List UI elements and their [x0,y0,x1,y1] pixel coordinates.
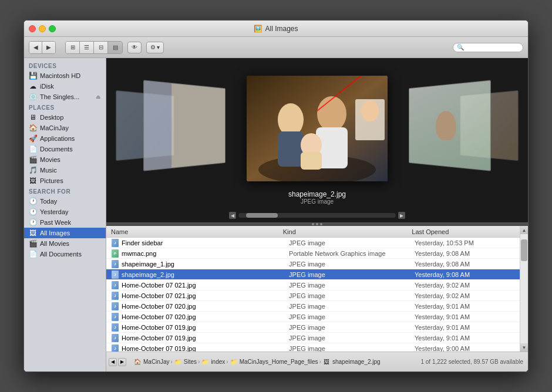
table-row[interactable]: Home-October 07 019.jpg JPEG image Yeste… [106,322,520,333]
jpeg-icon [112,292,119,300]
sidebar-item-documents[interactable]: 📄 Documents [24,144,106,154]
file-icon [111,313,119,321]
title-icon: 🖼️ [254,25,262,33]
row-kind: JPEG image [289,324,415,331]
breadcrumb-folder-icon: 📁 [201,358,209,366]
table-row[interactable]: mwmac.png Portable Network Graphics imag… [106,248,520,259]
breadcrumb-sites[interactable]: 📁 Sites [174,358,197,366]
minimize-button[interactable] [39,25,46,32]
table-row[interactable]: Home-October 07 019.jpg JPEG image Yeste… [106,343,520,352]
breadcrumb-image-icon: 🖼 [322,358,331,366]
kind-column-header[interactable]: Kind [283,228,412,235]
back-button[interactable]: ◀ [29,42,42,53]
scroll-thumb[interactable] [521,239,527,261]
name-column-header[interactable]: Name [111,228,283,235]
maximize-button[interactable] [49,25,56,32]
sidebar-item-label: Today [40,198,57,205]
row-name: Home-October 07 020.jpg [122,303,289,310]
row-opened: Yesterday, 9:01 AM [415,334,515,342]
sidebar-item-label: All Movies [40,240,69,247]
coverflow-thumb[interactable] [246,213,278,218]
breadcrumb-home-page-files[interactable]: 📁 MaCinJays_Home_Page_files [230,358,318,366]
view-list-button[interactable]: ☰ [80,42,94,53]
sidebar-item-label: Yesterday [40,208,69,215]
scroll-down-button[interactable]: ▼ [520,343,528,352]
coverflow-scroll-left[interactable]: ◀ [229,212,236,219]
view-column-button[interactable]: ⊟ [94,42,108,53]
disc-icon: 💿 [29,93,37,101]
breadcrumb-macinJay[interactable]: 🏠 MaCinJay [133,358,169,366]
breadcrumb-index[interactable]: 📁 index [201,358,225,366]
sidebar-item-past-week[interactable]: 🕐 Past Week [24,217,106,228]
view-icon-button[interactable]: ⊞ [66,42,80,53]
list-scrollbar[interactable]: ▲ ▼ [520,226,528,352]
sidebar-item-singles[interactable]: 💿 The Singles... ⏏ [24,92,106,102]
row-opened: Yesterday, 9:08 AM [415,261,515,268]
main-content: DEVICES 💾 Macintosh HD ☁ iDisk 💿 The Sin… [24,58,528,371]
sidebar-item-applications[interactable]: 🚀 Applications [24,133,106,144]
finder-window: 🖼️ All Images ◀ ▶ ⊞ ☰ ⊟ ▤ 👁 ⚙ ▾ 🔍 [23,20,529,372]
sidebar-item-yesterday[interactable]: 🕐 Yesterday [24,207,106,217]
table-row[interactable]: Home-October 07 020.jpg JPEG image Yeste… [106,301,520,312]
jpeg-icon [112,260,119,268]
row-opened: Yesterday, 9:02 AM [415,292,515,299]
sidebar-item-all-movies[interactable]: 🎬 All Movies [24,238,106,249]
sidebar-item-today[interactable]: 🕐 Today [24,196,106,207]
breadcrumb-file[interactable]: 🖼 shapeimage_2.jpg [322,358,381,366]
breadcrumb-home-icon: 🏠 [133,358,142,366]
table-row[interactable]: Finder sidebar JPEG image Yesterday, 10:… [106,238,520,248]
sidebar-item-desktop[interactable]: 🖥 Desktop [24,112,106,123]
breadcrumb-right-button[interactable]: ▶ [118,358,126,366]
window-title: 🖼️ All Images [254,25,298,33]
sidebar-item-all-documents[interactable]: 📄 All Documents [24,249,106,259]
sidebar-item-macinJay[interactable]: 🏠 MaCinJay [24,123,106,133]
row-opened: Yesterday, 9:01 AM [415,324,515,331]
cf-item-left[interactable] [143,80,225,171]
sidebar-item-macintosh-hd[interactable]: 💾 Macintosh HD [24,70,106,81]
status-bar: ◀ ▶ 🏠 MaCinJay › 📁 Sites › 📁 [106,352,528,371]
sidebar-item-music[interactable]: 🎵 Music [24,165,106,175]
table-row[interactable]: Home-October 07 020.jpg JPEG image Yeste… [106,312,520,322]
sidebar-item-all-images[interactable]: 🖼 All Images [24,228,106,238]
forward-button[interactable]: ▶ [42,42,55,53]
cf-item-center[interactable] [247,76,388,181]
table-row[interactable]: Home-October 07 019.jpg JPEG image Yeste… [106,333,520,343]
table-row[interactable]: Home-October 07 021.jpg JPEG image Yeste… [106,280,520,290]
all-movies-icon: 🎬 [29,239,37,248]
scroll-up-button[interactable]: ▲ [520,226,528,234]
eject-icon: ⏏ [96,94,101,100]
coverflow-scroll-right[interactable]: ▶ [398,212,405,219]
opened-column-header[interactable]: Last Opened [412,228,515,235]
action-button[interactable]: ⚙ ▾ [146,42,164,53]
close-button[interactable] [29,25,36,32]
search-box[interactable]: 🔍 [453,43,523,52]
row-name: shapeimage_1.jpg [122,261,289,268]
cover-flow[interactable]: shapeimage_2.jpg JPEG image ◀ ▶ [106,58,528,222]
table-row[interactable]: Home-October 07 021.jpg JPEG image Yeste… [106,290,520,301]
titlebar: 🖼️ All Images [24,21,528,37]
row-opened: Yesterday, 9:01 AM [415,303,515,310]
coverflow-scrollbar[interactable]: ◀ ▶ [229,212,405,219]
scroll-track[interactable] [520,234,528,343]
row-kind: JPEG image [289,261,415,268]
sidebar-item-label: Music [40,167,57,174]
sidebar-item-label: MaCinJay [40,124,69,131]
view-cover-button[interactable]: ▤ [108,42,122,53]
breadcrumb-left-button[interactable]: ◀ [109,358,117,366]
cf-item-right[interactable] [409,80,491,171]
gear-icon: ⚙ [150,44,156,50]
breadcrumb-nav: ◀ ▶ [106,358,129,366]
home-icon: 🏠 [29,124,37,132]
file-icon [111,281,119,289]
file-icon [111,292,119,300]
coverflow-track[interactable] [238,213,396,218]
table-row[interactable]: shapeimage_2.jpg JPEG image Yesterday, 9… [106,269,520,280]
search-input[interactable] [464,44,519,51]
jpeg-icon [112,281,119,289]
row-opened: Yesterday, 9:08 AM [415,271,515,278]
sidebar-item-movies[interactable]: 🎬 Movies [24,154,106,165]
quick-look-button[interactable]: 👁 [127,42,142,53]
sidebar-item-idisk[interactable]: ☁ iDisk [24,81,106,92]
table-row[interactable]: shapeimage_1.jpg JPEG image Yesterday, 9… [106,259,520,269]
sidebar-item-pictures[interactable]: 🖼 Pictures [24,175,106,186]
